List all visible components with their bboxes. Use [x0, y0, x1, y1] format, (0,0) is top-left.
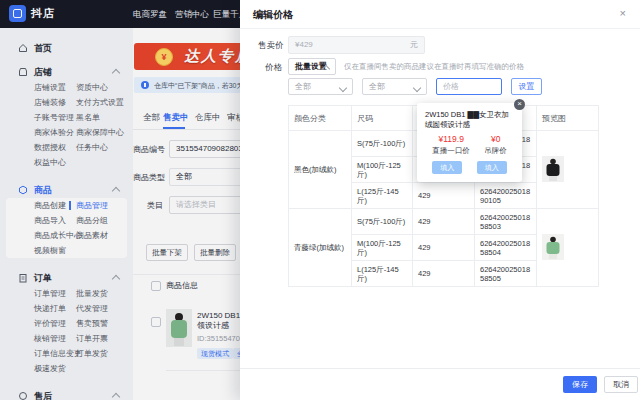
price-fill-popup: × 2W150 DB1 ▇▇女卫衣加绒圆领设计感 ¥119.9 ¥0 直播一口价…	[417, 103, 522, 182]
fill-live-price-button[interactable]: 填入	[432, 161, 462, 174]
sell-price-label: 售卖价	[258, 40, 284, 52]
price-cell[interactable]: 429	[413, 261, 475, 287]
popup-close-icon[interactable]: ×	[514, 99, 525, 110]
color-group-green: 青藤绿(加绒款)	[289, 209, 352, 287]
modal-header: 编辑价格 ×	[240, 0, 640, 29]
size-cell: L(125斤-145斤)	[352, 183, 413, 209]
code-cell: 62642002501890105	[475, 183, 537, 209]
set-button[interactable]: 设置	[511, 78, 542, 95]
sell-price-unit: 元	[410, 37, 418, 53]
popup-tag-price-label: 吊牌价	[484, 146, 507, 156]
color-group-black: 黑色(加绒款)	[289, 131, 352, 209]
cancel-button[interactable]: 取消	[604, 376, 638, 393]
price-cell[interactable]: 429	[413, 209, 475, 235]
modal-title: 编辑价格	[253, 8, 293, 22]
size-cell: S(75斤-100斤)	[352, 209, 413, 235]
fill-tag-price-button[interactable]: 填入	[477, 161, 507, 174]
filter-select-1-value: 全部	[295, 82, 311, 91]
code-cell: 62642002501858504	[475, 235, 537, 261]
edit-price-modal: 编辑价格 × 售卖价 ¥429 元 价格 批量设置 仅在直播间售卖的商品建议在直…	[240, 0, 640, 400]
preview-image-green	[542, 234, 564, 262]
preview-cell-green	[537, 209, 599, 287]
filter-select-2[interactable]: 全部	[362, 78, 427, 95]
sell-price-input[interactable]: ¥429 元	[288, 36, 425, 54]
filter-select-1[interactable]: 全部	[288, 78, 353, 95]
code-cell: 62642002501858503	[475, 209, 537, 235]
col-color: 颜色分类	[289, 106, 352, 131]
price-label: 价格	[265, 62, 282, 74]
table-row: 青藤绿(加绒款) S(75斤-100斤) 429 626420025018585…	[289, 209, 599, 235]
col-size: 尺码	[352, 106, 413, 131]
size-cell: L(125斤-145斤)	[352, 261, 413, 287]
batch-setting-select[interactable]: 批量设置	[288, 58, 336, 75]
chevron-down-icon	[413, 84, 421, 92]
save-button[interactable]: 保存	[563, 376, 597, 393]
price-cell[interactable]: 429	[413, 235, 475, 261]
filter-select-2-value: 全部	[369, 82, 385, 91]
size-cell: S(75斤-100斤)	[352, 131, 413, 157]
popup-tag-price: ¥0	[491, 134, 500, 144]
popup-live-price: ¥119.9	[439, 134, 464, 144]
price-input[interactable]: 价格	[436, 78, 502, 95]
chevron-down-icon	[339, 84, 347, 92]
popup-product-title: 2W150 DB1 ▇▇女卫衣加绒圆领设计感	[425, 110, 514, 130]
modal-dim-overlay	[0, 0, 240, 400]
app-screen: 抖店 电商罗盘 营销中心 巨量千川 首页 店铺 店铺设置 资质中心 店铺装修 支…	[0, 0, 640, 400]
size-cell: M(100斤-125斤)	[352, 235, 413, 261]
sell-price-value: ¥429	[295, 40, 313, 49]
preview-image-black	[542, 156, 564, 184]
chevron-up-icon	[322, 65, 330, 73]
preview-cell-black	[537, 131, 599, 209]
size-cell: M(100斤-125斤)	[352, 157, 413, 183]
modal-footer: 保存 取消	[240, 368, 640, 400]
price-helper-text: 仅在直播间售卖的商品建议在直播时再填写准确的价格	[344, 62, 524, 72]
popup-live-price-label: 直播一口价	[432, 146, 470, 156]
price-cell[interactable]: 429	[413, 183, 475, 209]
close-icon[interactable]: ×	[620, 7, 626, 19]
code-cell: 62642002501858505	[475, 261, 537, 287]
col-preview: 预览图	[537, 106, 599, 131]
